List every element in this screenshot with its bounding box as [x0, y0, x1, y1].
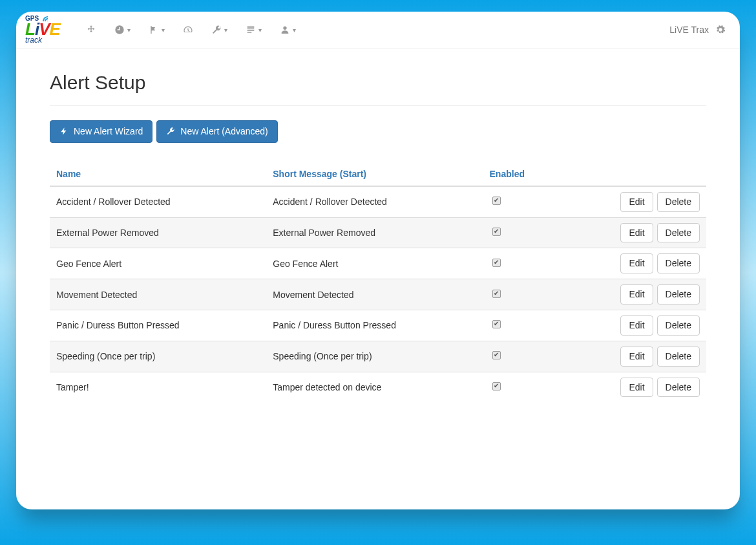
cell-enabled: [483, 186, 602, 217]
cell-short: Geo Fence Alert: [266, 248, 483, 279]
edit-button[interactable]: Edit: [620, 378, 653, 398]
page-title: Alert Setup: [50, 72, 706, 94]
cell-short: Accident / Rollover Detected: [266, 186, 483, 217]
list-icon: [246, 25, 256, 35]
enabled-checkbox[interactable]: [492, 197, 501, 205]
nav-user-menu[interactable]: ▾: [271, 12, 305, 48]
cell-name: Movement Detected: [50, 279, 266, 310]
move-icon: [86, 25, 96, 35]
delete-button[interactable]: Delete: [657, 315, 700, 336]
button-label: New Alert (Advanced): [180, 126, 268, 137]
flag-icon: [149, 25, 159, 35]
cell-enabled: [483, 341, 602, 372]
cell-name: Tamper!: [50, 372, 266, 402]
table-row: Panic / Duress Button PressedPanic / Dur…: [50, 310, 706, 341]
delete-button[interactable]: Delete: [657, 347, 700, 367]
alerts-table: Name Short Message (Start) Enabled Accid…: [50, 162, 706, 403]
edit-button[interactable]: Edit: [620, 253, 653, 273]
clock-icon: [114, 25, 125, 35]
cell-enabled: [483, 279, 602, 310]
table-row: External Power RemovedExternal Power Rem…: [50, 217, 706, 248]
delete-button[interactable]: Delete: [657, 378, 700, 398]
table-row: Geo Fence AlertGeo Fence AlertEditDelete: [50, 248, 706, 279]
nav-list-menu[interactable]: ▾: [236, 12, 271, 48]
user-icon: [280, 25, 290, 35]
table-row: Movement DetectedMovement DetectedEditDe…: [50, 279, 706, 310]
gear-icon: [715, 25, 726, 35]
cell-short: Tamper detected on device: [266, 372, 483, 402]
wrench-icon: [211, 25, 222, 35]
nav-settings[interactable]: [711, 12, 730, 48]
delete-button[interactable]: Delete: [657, 223, 700, 243]
nav-clock-menu[interactable]: ▾: [105, 12, 140, 48]
cell-enabled: [483, 372, 602, 402]
edit-button[interactable]: Edit: [620, 315, 653, 336]
action-buttons: New Alert Wizard New Alert (Advanced): [50, 120, 706, 143]
enabled-checkbox[interactable]: [492, 320, 501, 328]
enabled-checkbox[interactable]: [492, 351, 501, 359]
enabled-checkbox[interactable]: [492, 228, 501, 236]
button-label: New Alert Wizard: [74, 126, 143, 137]
cell-name: Panic / Duress Button Pressed: [50, 310, 266, 341]
cell-enabled: [483, 310, 602, 341]
app-window: GPS LiVE track ▾ ▾: [16, 12, 740, 509]
dashboard-icon: [183, 25, 193, 35]
nav-wrench-menu[interactable]: ▾: [202, 12, 236, 48]
nav-dashboard-icon[interactable]: [174, 12, 202, 48]
content: Alert Setup New Alert Wizard New Alert (…: [16, 48, 740, 422]
cell-enabled: [483, 217, 602, 248]
new-alert-advanced-button[interactable]: New Alert (Advanced): [156, 120, 277, 143]
bolt-icon: [59, 127, 68, 136]
enabled-checkbox[interactable]: [492, 259, 501, 267]
cell-name: External Power Removed: [50, 217, 266, 248]
delete-button[interactable]: Delete: [657, 192, 700, 212]
new-alert-wizard-button[interactable]: New Alert Wizard: [50, 120, 152, 143]
col-header-name[interactable]: Name: [50, 162, 266, 186]
delete-button[interactable]: Delete: [657, 284, 700, 305]
account-name[interactable]: LiVE Trax: [669, 25, 709, 35]
navbar: GPS LiVE track ▾ ▾: [16, 12, 740, 48]
cell-short: Movement Detected: [266, 279, 483, 310]
cell-name: Accident / Rollover Detected: [50, 186, 266, 217]
edit-button[interactable]: Edit: [620, 284, 653, 305]
wrench-icon: [166, 127, 175, 136]
nav-move-icon[interactable]: [77, 12, 105, 48]
cell-short: Speeding (Once per trip): [266, 341, 483, 372]
divider: [50, 105, 706, 106]
table-row: Accident / Rollover DetectedAccident / R…: [50, 186, 706, 217]
table-row: Tamper!Tamper detected on deviceEditDele…: [50, 372, 706, 402]
table-row: Speeding (Once per trip)Speeding (Once p…: [50, 341, 706, 372]
col-header-short[interactable]: Short Message (Start): [266, 162, 483, 186]
nav-flag-menu[interactable]: ▾: [140, 12, 174, 48]
cell-short: Panic / Duress Button Pressed: [266, 310, 483, 341]
app-logo[interactable]: GPS LiVE track: [25, 15, 60, 45]
edit-button[interactable]: Edit: [620, 192, 653, 212]
delete-button[interactable]: Delete: [657, 253, 700, 273]
cell-short: External Power Removed: [266, 217, 483, 248]
col-header-enabled[interactable]: Enabled: [483, 162, 602, 186]
enabled-checkbox[interactable]: [492, 382, 501, 390]
enabled-checkbox[interactable]: [492, 290, 501, 298]
cell-name: Speeding (Once per trip): [50, 341, 266, 372]
edit-button[interactable]: Edit: [620, 347, 653, 367]
cell-name: Geo Fence Alert: [50, 248, 266, 279]
edit-button[interactable]: Edit: [620, 223, 653, 243]
cell-enabled: [483, 248, 602, 279]
